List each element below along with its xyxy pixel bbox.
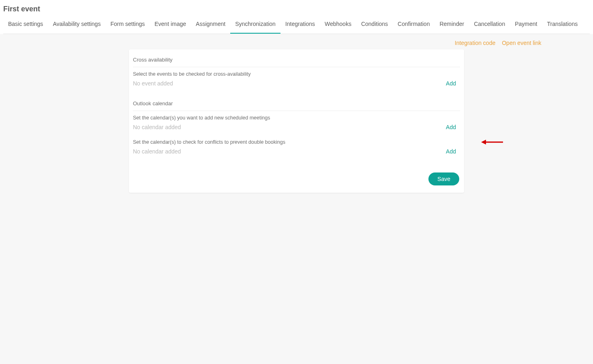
outlook-check-conflicts-placeholder: No calendar added [133,148,181,155]
outlook-add-meetings-placeholder: No calendar added [133,124,181,130]
outlook-check-conflicts-subtext: Set the calendar(s) to check for conflic… [133,139,460,145]
cross-availability-subtext: Select the events to be checked for cros… [133,71,460,77]
outlook-check-conflicts-add-button[interactable]: Add [446,148,460,155]
outlook-add-meetings-add-button[interactable]: Add [446,124,460,130]
cross-availability-add-button[interactable]: Add [446,80,460,87]
cross-availability-section: Cross availability Select the events to … [133,57,460,87]
tab-cancellation[interactable]: Cancellation [469,17,510,34]
outlook-check-conflicts-block: Set the calendar(s) to check for conflic… [133,139,460,155]
tab-webhooks[interactable]: Webhooks [320,17,356,34]
tab-form-settings[interactable]: Form settings [105,17,150,34]
outlook-section: Outlook calendar Set the calendar(s) you… [133,100,460,155]
tab-conditions[interactable]: Conditions [356,17,393,34]
tab-synchronization[interactable]: Synchronization [230,17,280,34]
tab-confirmation[interactable]: Confirmation [393,17,435,34]
tab-basic-settings[interactable]: Basic settings [3,17,48,34]
cross-availability-placeholder: No event added [133,80,173,87]
tab-availability-settings[interactable]: Availability settings [48,17,105,34]
tab-translations[interactable]: Translations [542,17,582,34]
tab-reminder[interactable]: Reminder [435,17,469,34]
open-event-link[interactable]: Open event link [502,40,541,46]
tab-integrations[interactable]: Integrations [280,17,320,34]
tab-assignment[interactable]: Assignment [191,17,230,34]
save-button[interactable]: Save [428,172,459,185]
tab-payment[interactable]: Payment [510,17,542,34]
tab-event-image[interactable]: Event image [150,17,191,34]
cross-availability-title: Cross availability [133,57,460,67]
integration-code-link[interactable]: Integration code [455,40,495,46]
tabs-bar: Basic settings Availability settings For… [3,17,590,34]
outlook-add-meetings-subtext: Set the calendar(s) you want to add new … [133,115,460,121]
outlook-add-meetings-block: Set the calendar(s) you want to add new … [133,115,460,130]
outlook-title: Outlook calendar [133,100,460,111]
top-links: Integration code Open event link [52,40,542,46]
page-title: First event [3,5,590,17]
settings-card: Cross availability Select the events to … [129,49,464,193]
